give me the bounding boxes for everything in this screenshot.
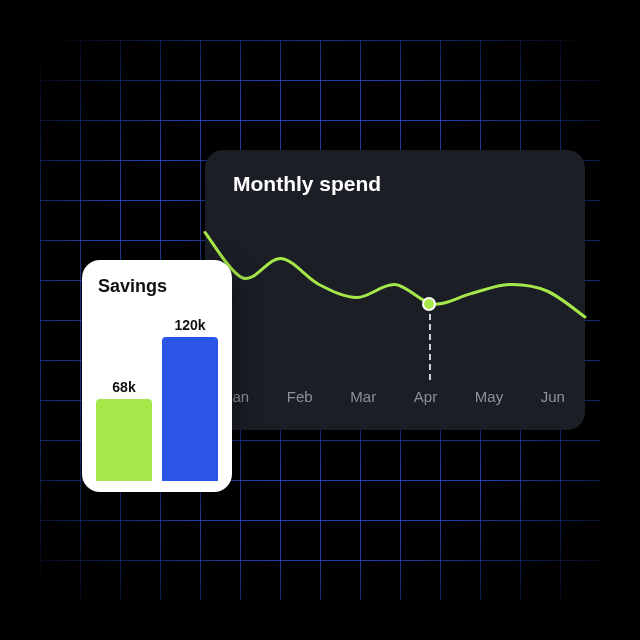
monthly-spend-xaxis: JanFebMarAprMayJun (205, 366, 585, 405)
xaxis-tick: Feb (287, 388, 313, 405)
bar-value-label: 68k (112, 379, 135, 395)
bar (162, 337, 218, 481)
chart-marker-line (429, 304, 431, 380)
xaxis-tick: Apr (414, 388, 437, 405)
chart-marker-dot (422, 297, 436, 311)
bar (96, 399, 152, 481)
bar-wrap: 68k (96, 379, 152, 481)
savings-title: Savings (98, 276, 218, 297)
xaxis-tick: May (475, 388, 503, 405)
bar-wrap: 120k (162, 317, 218, 481)
xaxis-tick: Mar (350, 388, 376, 405)
monthly-spend-card: Monthly spend JanFebMarAprMayJun (205, 150, 585, 430)
xaxis-tick: Jun (541, 388, 565, 405)
savings-bar-chart: 68k120k (96, 303, 218, 481)
savings-card: Savings 68k120k (82, 260, 232, 492)
monthly-spend-title: Monthly spend (233, 172, 585, 196)
stage: Monthly spend JanFebMarAprMayJun Savings… (0, 0, 640, 640)
monthly-spend-line-chart (205, 206, 585, 366)
bar-value-label: 120k (174, 317, 205, 333)
